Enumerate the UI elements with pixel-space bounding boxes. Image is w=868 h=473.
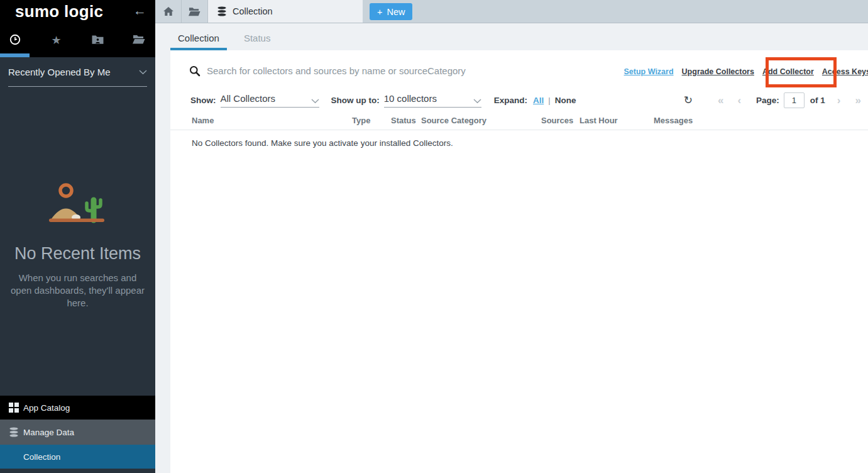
chevron-down-icon — [311, 99, 319, 104]
library-button[interactable] — [182, 0, 208, 23]
quick-links: Setup Wizard Upgrade Collectors Add Coll… — [624, 67, 868, 76]
library-folder-icon[interactable] — [132, 35, 146, 46]
collection-subtabs: Collection Status — [155, 23, 868, 50]
sidebar: sumo logic ← ★ Recently Opened By Me — [0, 0, 155, 473]
expand-separator: | — [548, 96, 550, 105]
sidebar-item-collection[interactable]: Collection — [0, 445, 155, 469]
column-header-source-category: Source Category — [421, 116, 486, 125]
shared-folder-icon[interactable] — [91, 35, 104, 46]
sidebar-empty-state: No Recent Items When you run searches an… — [0, 181, 155, 309]
top-tab-bar: Collection + New — [155, 0, 868, 23]
last-page-icon[interactable]: » — [855, 95, 861, 106]
show-dropdown[interactable]: All Collectors — [221, 93, 319, 108]
show-dropdown-value: All Collectors — [221, 93, 276, 104]
first-page-icon[interactable]: « — [718, 95, 723, 106]
column-header-sources: Sources — [541, 116, 573, 125]
new-button[interactable]: + New — [370, 3, 412, 20]
no-collectors-message: No Collectors found. Make sure you activ… — [192, 138, 453, 148]
column-header-messages: Messages — [654, 116, 693, 125]
expand-none-link[interactable]: None — [555, 96, 576, 105]
add-collector-link[interactable]: Add Collector — [762, 67, 814, 76]
recent-clock-icon[interactable] — [8, 34, 22, 47]
search-icon — [189, 65, 201, 79]
column-header-last-hour: Last Hour — [580, 116, 618, 125]
collection-panel: Setup Wizard Upgrade Collectors Add Coll… — [170, 50, 868, 473]
folder-icon — [189, 7, 201, 16]
subtab-collection[interactable]: Collection — [170, 33, 227, 50]
active-nav-indicator — [0, 53, 30, 57]
next-page-icon[interactable]: › — [837, 95, 841, 106]
expand-all-link[interactable]: All — [533, 96, 544, 105]
plus-icon: + — [377, 7, 382, 17]
expand-label: Expand: — [494, 96, 527, 105]
recently-opened-dropdown[interactable]: Recently Opened By Me — [8, 57, 147, 87]
page-number-input[interactable] — [784, 92, 805, 108]
database-icon — [9, 427, 23, 437]
menu-item-label: Collection — [23, 452, 60, 462]
home-button[interactable] — [155, 0, 182, 23]
desert-illustration — [38, 181, 118, 225]
previous-page-icon[interactable]: ‹ — [737, 95, 741, 106]
favorites-star-icon[interactable]: ★ — [50, 35, 63, 46]
home-icon — [163, 7, 173, 16]
empty-state-message: When you run searches and open dashboard… — [9, 272, 147, 309]
column-header-name: Name — [192, 116, 214, 125]
sidebar-item-manage-data[interactable]: Manage Data — [0, 420, 155, 445]
show-up-to-label: Show up to: — [331, 96, 380, 105]
page-count-label: of 1 — [810, 96, 825, 105]
menu-item-label: Manage Data — [23, 428, 74, 437]
tab-label: Collection — [233, 6, 273, 16]
sidebar-header: sumo logic ← ★ — [0, 0, 155, 57]
pagination: ↻ « ‹ Page: of 1 › » — [684, 90, 861, 110]
access-keys-link[interactable]: Access Keys — [822, 67, 868, 76]
subtab-status[interactable]: Status — [244, 33, 271, 50]
column-header-status: Status — [391, 116, 416, 125]
chevron-down-icon — [473, 99, 481, 104]
recently-opened-label: Recently Opened By Me — [8, 67, 111, 77]
menu-item-label: App Catalog — [23, 403, 70, 413]
chevron-down-icon — [139, 66, 147, 77]
page-label: Page: — [756, 96, 779, 105]
collapse-sidebar-icon[interactable]: ← — [133, 4, 146, 17]
setup-wizard-link[interactable]: Setup Wizard — [624, 67, 674, 76]
sumo-logic-app: sumo logic ← ★ Recently Opened By Me — [0, 0, 868, 473]
column-header-type: Type — [352, 116, 370, 125]
search-input[interactable] — [207, 62, 596, 79]
empty-state-title: No Recent Items — [0, 244, 155, 264]
filter-row: Show: All Collectors Show up to: 10 coll… — [190, 90, 576, 110]
table-header-divider — [170, 130, 868, 130]
app-grid-icon — [9, 403, 23, 413]
show-up-to-dropdown[interactable]: 10 collectors — [384, 93, 481, 108]
refresh-icon[interactable]: ↻ — [684, 95, 693, 106]
tab-collection[interactable]: Collection — [208, 0, 363, 23]
sidebar-nav-icons: ★ — [0, 29, 155, 52]
sidebar-item-app-catalog[interactable]: App Catalog — [0, 396, 155, 420]
sumo-logic-logo: sumo logic — [15, 2, 103, 21]
new-button-label: New — [387, 7, 405, 17]
show-up-to-dropdown-value: 10 collectors — [384, 93, 437, 104]
show-label: Show: — [190, 96, 216, 105]
collectors-table-header: Name Type Status Source Category Sources… — [170, 116, 868, 130]
upgrade-collectors-link[interactable]: Upgrade Collectors — [682, 67, 754, 76]
collection-database-icon — [217, 6, 227, 16]
sidebar-menu: App Catalog Manage Data Collection — [0, 396, 155, 469]
